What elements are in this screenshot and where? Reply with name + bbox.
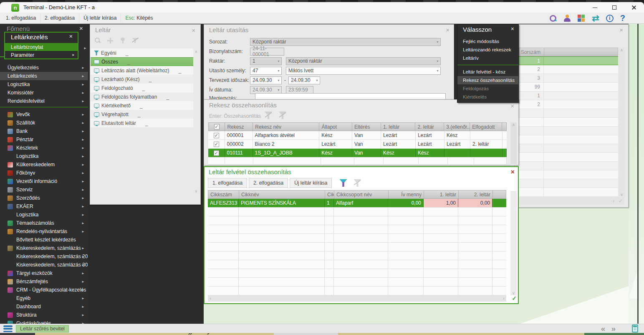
checkbox-checked[interactable]: ✓ [214, 150, 219, 156]
rekesz-close-icon[interactable]: × [510, 102, 514, 109]
sidebar-section-logisztika[interactable]: Logisztika► [0, 80, 88, 89]
felvetel-action-button[interactable]: Új leltár kiírása [290, 178, 332, 188]
leltar-filter-item[interactable]: Leltározás alatt (Webleltárhoz)_ [91, 66, 193, 75]
submenu-item[interactable]: Paraméter► [5, 51, 78, 59]
sidebar-module-item[interactable]: Gyártáskövetés► [0, 319, 88, 324]
sidebar-module-item[interactable]: Külkereskedelem► [0, 160, 88, 169]
table-row-empty[interactable] [519, 127, 618, 135]
table-row-empty[interactable] [519, 109, 618, 118]
leltar-filter-item[interactable]: Összes_ [91, 57, 193, 66]
scroll-up-icon[interactable]: ∧ [512, 122, 515, 164]
felvetel-scrollbar-vertical[interactable]: ∨ [510, 191, 517, 295]
sidebar-module-item[interactable]: Logisztika► [0, 211, 88, 219]
felvetel-close-icon[interactable]: × [511, 168, 515, 176]
transfer-icon[interactable]: ⇄ [592, 15, 599, 22]
table-row[interactable]: 3 [519, 74, 618, 83]
valasszon-item[interactable]: Leltározandó rekeszek [457, 46, 518, 54]
idoszak-tol-picker[interactable]: 24.09.30▼ [250, 76, 282, 84]
nav-forward-icon[interactable]: » [611, 324, 616, 333]
table-row[interactable]: ✓000001Alfaparkos átvételKészVanLezártLe… [208, 131, 507, 140]
table-row-empty[interactable] [519, 135, 618, 144]
clear-filter-icon[interactable] [279, 112, 286, 119]
utasito-code-select[interactable]: 47▼ [250, 67, 282, 75]
sidebar-module-item[interactable]: Pénztár► [0, 135, 88, 144]
apply-filter-icon[interactable] [339, 179, 347, 187]
valasszon-item[interactable]: Rekesz összehasonlítás [457, 76, 518, 84]
iv-datum-picker[interactable]: 24.09.30▼ [250, 86, 282, 94]
scroll-up-icon[interactable]: ∧ [194, 49, 197, 54]
scroll-right-icon[interactable]: › [613, 198, 614, 204]
minimize-button[interactable] [588, 3, 602, 12]
sidebar-module-item[interactable]: Rendelés-nyilvántartás► [0, 227, 88, 236]
apps-grid-icon[interactable] [578, 15, 585, 22]
table-row-empty[interactable] [519, 188, 618, 197]
scroll-up-icon[interactable]: ∧ [620, 48, 623, 52]
raktar-code-select[interactable]: 1▼ [250, 57, 282, 65]
hamburger-menu-icon[interactable] [3, 325, 13, 332]
valasszon-close-icon[interactable]: × [511, 25, 514, 32]
compare-filter-icon[interactable] [265, 112, 272, 119]
felvetel-action-button[interactable]: 1. elfogadása [208, 178, 247, 188]
search-icon[interactable] [94, 37, 101, 44]
table-row-empty[interactable] [519, 162, 618, 170]
nav-back-icon[interactable]: « [601, 324, 606, 333]
search-icon[interactable] [549, 15, 557, 22]
confirm-check-icon[interactable]: ✓ [512, 295, 517, 302]
sidebar-module-item[interactable]: Bővített készlet lekérdezés [0, 236, 88, 244]
sidebar-section-leltárkezelés[interactable]: Leltárkezelés► [0, 72, 88, 80]
valasszon-item[interactable]: Fejléc módosítás [457, 37, 518, 46]
table-row-empty[interactable] [519, 118, 618, 127]
tree-view-icon[interactable] [119, 37, 126, 44]
confirm-check-icon[interactable]: ✓ [619, 198, 623, 204]
leltar-filter-item[interactable]: Lezárható (Kész)_ [91, 75, 193, 84]
table-row-empty[interactable] [519, 179, 618, 188]
leltar-filter-item[interactable]: Feldolgozható_ [91, 84, 193, 92]
sorszam-scrollbar[interactable]: ∧∨ [619, 48, 625, 197]
sidebar-module-item[interactable]: Kiskereskedelem, számlázás► [0, 244, 88, 252]
sidebar-module-item[interactable]: Kiskereskedelem, számlázás 20► [0, 252, 88, 261]
table-row[interactable]: 1 [519, 56, 618, 65]
checkbox-checked[interactable]: ✓ [214, 133, 219, 138]
main-menu-close-icon[interactable]: × [79, 25, 83, 32]
table-row[interactable]: 2 [519, 65, 618, 74]
utasitas-close-icon[interactable]: × [446, 26, 450, 33]
sidebar-module-item[interactable]: Készletek► [0, 144, 88, 152]
sidebar-module-item[interactable]: Szerződés► [0, 194, 88, 202]
scroll-down-icon[interactable]: ∨ [194, 189, 197, 193]
submenu-close-icon[interactable]: × [69, 33, 73, 40]
rekesz-scrollbar[interactable]: ∧ [510, 122, 517, 164]
toolbar-button[interactable]: Új leltár kiírása [79, 13, 121, 23]
user-icon[interactable] [563, 15, 571, 22]
sidebar-module-item[interactable]: Vevők► [0, 110, 88, 119]
table-row[interactable]: 99 [519, 83, 618, 91]
sidebar-module-item[interactable]: Bérszámfejtés► [0, 277, 88, 286]
sidebar-module-item[interactable]: Tárgyi eszközök► [0, 269, 88, 277]
sidebar-module-item[interactable]: Szállítók► [0, 119, 88, 127]
leltar-filter-item[interactable]: Végrehajtott_ [91, 110, 193, 119]
leltar-filter-item[interactable]: Egyéni_ [91, 48, 193, 57]
close-button[interactable] [627, 3, 641, 12]
clear-filter-icon[interactable] [132, 37, 139, 44]
checkbox-checked[interactable]: ✓ [214, 142, 219, 147]
sidebar-module-item[interactable]: Dashboard► [0, 302, 88, 311]
leltar-filter-item[interactable]: Kiértékelhető_ [91, 101, 193, 110]
sidebar-module-item[interactable]: Struktúra► [0, 311, 88, 319]
megjegyzes-textarea[interactable] [255, 93, 446, 99]
idoszak-ig-picker[interactable]: 24.09.30▼ [288, 76, 320, 84]
table-row[interactable]: 1 [519, 91, 618, 100]
sidebar-module-item[interactable]: Egyéb► [0, 294, 88, 302]
clear-filter-icon[interactable] [354, 179, 361, 187]
sidebar-module-item[interactable]: CRM - Ügyfélkapcsolat-kezelés► [0, 286, 88, 294]
valasszon-item[interactable]: Leltár felvétel - kész [457, 68, 518, 76]
leltar-filter-item[interactable]: Feldolgozás folyamatban_ [91, 92, 193, 101]
sidebar-module-item[interactable]: Főkönyv► [0, 169, 88, 177]
bizonylatszam-input[interactable]: 24-11-000001 [250, 48, 284, 56]
sorszam-scrollbar-horizontal[interactable]: ›✓ [519, 197, 624, 205]
sidebar-module-item[interactable]: Témaelszámolás► [0, 219, 88, 227]
checkbox-checked[interactable]: ✓ [214, 124, 220, 129]
felvetel-scrollbar-horizontal[interactable]: ‹› [208, 295, 506, 302]
sidebar-module-item[interactable]: Kiskereskedelem, számlázás 30► [0, 261, 88, 269]
table-row-empty[interactable] [519, 170, 618, 179]
leltar-filter-item[interactable]: Elutasított leltár_ [91, 119, 193, 127]
table-row[interactable]: ✓0101111S_1O_A_JOBBKészVanKészKész [208, 149, 507, 157]
